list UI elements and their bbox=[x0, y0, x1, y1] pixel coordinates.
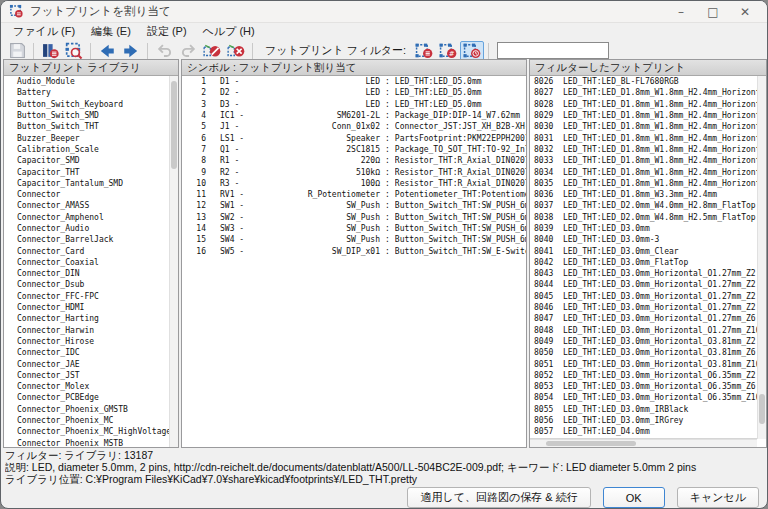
library-list-item[interactable]: Battery bbox=[4, 87, 169, 98]
library-list-item[interactable]: Button_Switch_SMD bbox=[4, 110, 169, 121]
library-list-item[interactable]: Connector_JAE bbox=[4, 358, 169, 369]
symbol-row[interactable]: 12 SW1 - SW_Push : Button_Switch_THT:SW_… bbox=[182, 200, 526, 211]
footprint-list-item[interactable]: 8040 LED_THT:LED_D3.0mm-3 bbox=[530, 234, 757, 245]
footprint-list-item[interactable]: 8052 LED_THT:LED_D3.0mm_Horizontal_O6.35… bbox=[530, 370, 757, 381]
menu-preferences[interactable]: 設定 (P) bbox=[139, 23, 195, 40]
footprint-list-item[interactable]: 8028 LED_THT:LED_D1.8mm_W1.8mm_H2.4mm_Ho… bbox=[530, 99, 757, 110]
library-list-item[interactable]: Connector_Harting bbox=[4, 313, 169, 324]
library-list-item[interactable]: Connector_JST bbox=[4, 370, 169, 381]
library-list-item[interactable]: Button_Switch_THT bbox=[4, 121, 169, 132]
library-list-item[interactable]: Connector bbox=[4, 189, 169, 200]
footprint-list-item[interactable]: 8045 LED_THT:LED_D3.0mm_Horizontal_O1.27… bbox=[530, 291, 757, 302]
footprint-filter-input[interactable] bbox=[497, 42, 609, 59]
symbol-row[interactable]: 2 D2 - LED : LED_THT:LED_D5.0mm bbox=[182, 87, 526, 98]
library-list-item[interactable]: Connector_Molex bbox=[4, 381, 169, 392]
footprint-list-item[interactable]: 8055 LED_THT:LED_D3.0mm_IRBlack bbox=[530, 404, 757, 415]
previous-unassigned-button[interactable] bbox=[95, 41, 119, 61]
symbol-row[interactable]: 6 LS1 - Speaker : PartsFootprint:PKM22EP… bbox=[182, 132, 526, 143]
next-unassigned-button[interactable] bbox=[119, 41, 143, 61]
symbol-row[interactable]: 9 R2 - 510kΩ : Resistor_THT:R_Axial_DIN0… bbox=[182, 166, 526, 177]
footprint-list-item[interactable]: 8035 LED_THT:LED_D1.8mm_W1.8mm_H2.4mm_Ho… bbox=[530, 178, 757, 189]
delete-association-button[interactable] bbox=[200, 41, 224, 61]
library-list-item[interactable]: Connector_Harwin bbox=[4, 325, 169, 336]
footprint-list-item[interactable]: 8042 LED_THT:LED_D3.0mm_FlatTop bbox=[530, 257, 757, 268]
symbol-row[interactable]: 7 Q1 - 2SC1815 : Package_TO_SOT_THT:TO-9… bbox=[182, 144, 526, 155]
redo-button[interactable] bbox=[176, 41, 200, 61]
footprint-list-item[interactable]: 8044 LED_THT:LED_D3.0mm_Horizontal_O1.27… bbox=[530, 279, 757, 290]
library-list-item[interactable]: Connector_Phoenix_MSTB bbox=[4, 438, 169, 448]
library-list-item[interactable]: Calibration_Scale bbox=[4, 144, 169, 155]
symbol-row[interactable]: 14 SW3 - SW_Push : Button_Switch_THT:SW_… bbox=[182, 223, 526, 234]
apply-save-continue-button[interactable]: 適用して、回路図の保存 & 続行 bbox=[407, 487, 590, 508]
filter-by-pin-count-button[interactable]: # bbox=[436, 41, 460, 61]
library-list-item[interactable]: Connector_Dsub bbox=[4, 279, 169, 290]
library-list-item[interactable]: Connector_AMASS bbox=[4, 200, 169, 211]
footprint-list-item[interactable]: 8048 LED_THT:LED_D3.0mm_Horizontal_O1.27… bbox=[530, 325, 757, 336]
menu-help[interactable]: ヘルプ (H) bbox=[195, 23, 263, 40]
library-list-item[interactable]: Connector_Hirose bbox=[4, 336, 169, 347]
footprint-list-item[interactable]: 8047 LED_THT:LED_D3.0mm_Horizontal_O1.27… bbox=[530, 313, 757, 324]
footprint-list-item[interactable]: 8053 LED_THT:LED_D3.0mm_Horizontal_O6.35… bbox=[530, 381, 757, 392]
footprints-hscrollbar[interactable] bbox=[530, 439, 757, 447]
footprint-list-item[interactable]: 8038 LED_THT:LED_D2.0mm_W4.8mm_H2.5mm_Fl… bbox=[530, 212, 757, 223]
minimize-button[interactable]: – bbox=[665, 1, 697, 23]
menu-file[interactable]: ファイル (F) bbox=[5, 23, 83, 40]
close-button[interactable]: ✕ bbox=[729, 1, 761, 23]
symbol-row[interactable]: 16 SW5 - SW_DIP_x01 : Button_Switch_THT:… bbox=[182, 245, 526, 256]
library-list-item[interactable]: Connector_HDMI bbox=[4, 302, 169, 313]
symbol-row[interactable]: 4 IC1 - SM6201-2L : Package_DIP:DIP-14_W… bbox=[182, 110, 526, 121]
footprint-list-item[interactable]: 8027 LED_THT:LED_D1.8mm_W1.8mm_H2.4mm_Ho… bbox=[530, 87, 757, 98]
footprint-list-item[interactable]: 8026 LED_THT:LED_BL-FL7680RGB bbox=[530, 76, 757, 87]
save-button[interactable] bbox=[5, 41, 29, 61]
delete-all-associations-button[interactable] bbox=[224, 41, 248, 61]
library-list-item[interactable]: Capacitor_Tantalum_SMD bbox=[4, 178, 169, 189]
library-list-item[interactable]: Connector_Phoenix_MC bbox=[4, 415, 169, 426]
footprint-list-item[interactable]: 8049 LED_THT:LED_D3.0mm_Horizontal_O3.81… bbox=[530, 336, 757, 347]
library-list-item[interactable]: Connector_Audio bbox=[4, 223, 169, 234]
footprint-list-item[interactable]: 8050 LED_THT:LED_D3.0mm_Horizontal_O3.81… bbox=[530, 347, 757, 358]
footprint-list-item[interactable]: 8051 LED_THT:LED_D3.0mm_Horizontal_O3.81… bbox=[530, 358, 757, 369]
footprint-list-item[interactable]: 8037 LED_THT:LED_D2.0mm_W4.0mm_H2.8mm_Fl… bbox=[530, 200, 757, 211]
library-list-item[interactable]: Connector_Phoenix_GMSTB bbox=[4, 404, 169, 415]
library-list-item[interactable]: Audio_Module bbox=[4, 76, 169, 87]
symbol-row[interactable]: 15 SW4 - SW_Push : Button_Switch_THT:SW_… bbox=[182, 234, 526, 245]
cancel-button[interactable]: キャンセル bbox=[677, 487, 759, 508]
library-list-item[interactable]: Capacitor_SMD bbox=[4, 155, 169, 166]
footprint-libraries-button[interactable] bbox=[38, 41, 62, 61]
symbol-row[interactable]: 1 D1 - LED : LED_THT:LED_D5.0mm bbox=[182, 76, 526, 87]
footprints-vscrollbar[interactable] bbox=[757, 76, 766, 439]
footprint-list-item[interactable]: 8054 LED_THT:LED_D3.0mm_Horizontal_O6.35… bbox=[530, 392, 757, 403]
footprint-list-item[interactable]: 8034 LED_THT:LED_D1.8mm_W1.8mm_H2.4mm_Ho… bbox=[530, 166, 757, 177]
undo-button[interactable] bbox=[152, 41, 176, 61]
footprint-list-item[interactable]: 8029 LED_THT:LED_D1.8mm_W1.8mm_H2.4mm_Ho… bbox=[530, 110, 757, 121]
library-list-item[interactable]: Connector_FFC-FPC bbox=[4, 291, 169, 302]
footprint-list-item[interactable]: 8036 LED_THT:LED_D1.8mm_W3.3mm_H2.4mm bbox=[530, 189, 757, 200]
footprint-list-item[interactable]: 8056 LED_THT:LED_D3.0mm_IRGrey bbox=[530, 415, 757, 426]
library-list-item[interactable]: Connector_Amphenol bbox=[4, 212, 169, 223]
symbol-row[interactable]: 10 R3 - 100Ω : Resistor_THT:R_Axial_DIN0… bbox=[182, 178, 526, 189]
library-list-item[interactable]: Button_Switch_Keyboard bbox=[4, 99, 169, 110]
symbol-row[interactable]: 13 SW2 - SW_Push : Button_Switch_THT:SW_… bbox=[182, 212, 526, 223]
symbol-row[interactable]: 3 D3 - LED : LED_THT:LED_D5.0mm bbox=[182, 99, 526, 110]
symbol-row[interactable]: 8 R1 - 220Ω : Resistor_THT:R_Axial_DIN02… bbox=[182, 155, 526, 166]
library-list-item[interactable]: Connector_IDC bbox=[4, 347, 169, 358]
footprint-list-item[interactable]: 8030 LED_THT:LED_D1.8mm_W1.8mm_H2.4mm_Ho… bbox=[530, 121, 757, 132]
ok-button[interactable]: OK bbox=[603, 487, 665, 508]
library-list-item[interactable]: Connector_Card bbox=[4, 245, 169, 256]
library-list-item[interactable]: Capacitor_THT bbox=[4, 166, 169, 177]
footprint-list-item[interactable]: 8046 LED_THT:LED_D3.0mm_Horizontal_O1.27… bbox=[530, 302, 757, 313]
view-selected-footprint-button[interactable] bbox=[62, 41, 86, 61]
library-list-item[interactable]: Buzzer_Beeper bbox=[4, 132, 169, 143]
footprint-list-item[interactable]: 8039 LED_THT:LED_D3.0mm bbox=[530, 223, 757, 234]
menu-edit[interactable]: 編集 (E) bbox=[83, 23, 139, 40]
footprint-list-item[interactable]: 8057 LED_THT:LED_D4.0mm bbox=[530, 426, 757, 437]
filter-by-library-button[interactable] bbox=[460, 41, 484, 61]
library-list-item[interactable]: Connector_Phoenix_MC_HighVoltage bbox=[4, 426, 169, 437]
filter-by-keyword-button[interactable] bbox=[412, 41, 436, 61]
library-list-item[interactable]: Connector_DIN bbox=[4, 268, 169, 279]
library-list-item[interactable]: Connector_Coaxial bbox=[4, 257, 169, 268]
maximize-button[interactable]: □ bbox=[697, 1, 729, 23]
footprint-list-item[interactable]: 8033 LED_THT:LED_D1.8mm_W1.8mm_H2.4mm_Ho… bbox=[530, 155, 757, 166]
symbol-row[interactable]: 5 J1 - Conn_01x02 : Connector_JST:JST_XH… bbox=[182, 121, 526, 132]
footprint-list-item[interactable]: 8032 LED_THT:LED_D1.8mm_W1.8mm_H2.4mm_Ho… bbox=[530, 144, 757, 155]
